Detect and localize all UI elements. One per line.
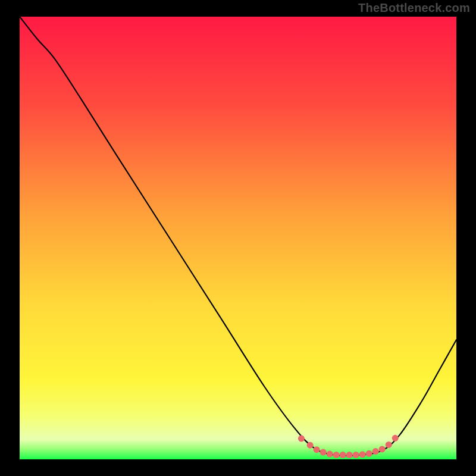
optimal-marker [320, 449, 327, 456]
optimal-marker [314, 446, 320, 453]
optimal-marker [346, 452, 353, 458]
optimal-marker [386, 441, 392, 448]
optimal-marker [392, 435, 399, 441]
optimal-marker [307, 442, 314, 449]
chart-stage: TheBottleneck.com [0, 0, 476, 476]
optimal-marker [379, 446, 386, 452]
chart-gradient-rect [20, 17, 456, 459]
optimal-marker [298, 436, 305, 442]
optimal-marker [366, 450, 372, 457]
optimal-marker [372, 448, 379, 455]
optimal-marker [340, 452, 346, 458]
optimal-marker [353, 452, 359, 458]
optimal-marker [359, 451, 366, 458]
optimal-marker [333, 452, 340, 458]
optimal-marker [327, 451, 333, 458]
chart-svg [0, 0, 476, 476]
